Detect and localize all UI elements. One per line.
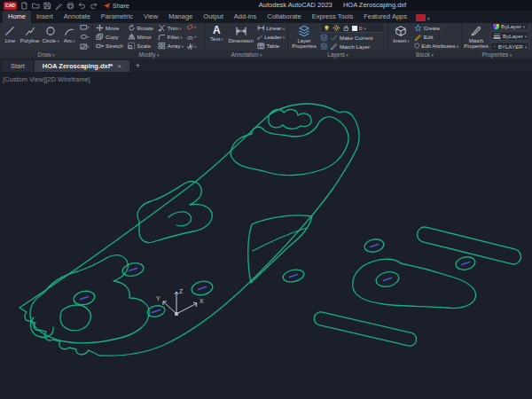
mirror-tool[interactable]: Mirror bbox=[128, 33, 153, 42]
linetype-dropdown[interactable]: BYLAYER bbox=[490, 42, 529, 50]
line-tool[interactable]: Line bbox=[3, 24, 18, 50]
panel-annotation: A Text Dimension Linear Leader Table Ann… bbox=[205, 23, 287, 59]
share-button[interactable]: Share bbox=[103, 2, 129, 10]
new-drawing-tab-button[interactable]: + bbox=[131, 60, 145, 72]
object-color-dropdown[interactable]: ByLayer bbox=[490, 24, 529, 30]
bed-top-cloud[interactable] bbox=[269, 109, 311, 129]
rotate-tool[interactable]: Rotate bbox=[128, 24, 153, 33]
autocad-logo[interactable]: CAD bbox=[4, 2, 17, 10]
tab-output[interactable]: Output bbox=[198, 11, 229, 23]
tab-collaborate[interactable]: Collaborate bbox=[262, 11, 306, 23]
redo-icon[interactable] bbox=[90, 2, 98, 10]
erase-tool[interactable] bbox=[186, 23, 200, 31]
make-current-tool[interactable]: Make Current bbox=[320, 34, 385, 42]
undo-icon[interactable] bbox=[78, 2, 86, 10]
panel-layers: Layer Properties 0 Make Current bbox=[287, 23, 387, 59]
viewport-controls[interactable]: [Custom View][2D Wireframe] bbox=[3, 75, 90, 83]
autocad-window: { "titlebar": { "logo": "CAD", "share_la… bbox=[0, 0, 532, 399]
array-tool[interactable]: Array bbox=[158, 42, 184, 51]
bed-top-band[interactable] bbox=[231, 117, 348, 176]
linetype-caret-icon bbox=[525, 43, 527, 50]
tab-home[interactable]: Home bbox=[3, 11, 31, 23]
stretch-tool[interactable]: Stretch bbox=[96, 42, 123, 51]
fillet-icon bbox=[158, 33, 166, 41]
copy-tool[interactable]: Copy bbox=[96, 33, 123, 42]
fillet-tool[interactable]: Fillet bbox=[158, 33, 184, 42]
capsule-lower[interactable] bbox=[313, 310, 418, 347]
start-tab[interactable]: Start bbox=[3, 60, 33, 72]
match-properties-button[interactable]: Match Properties bbox=[465, 24, 488, 50]
table-tool[interactable]: Table bbox=[257, 42, 286, 50]
match-layer-tool[interactable]: Match Layer bbox=[320, 43, 385, 50]
document-tab-label: HOA Zeroscaping.dxf* bbox=[43, 62, 113, 70]
ribbon-extra-icon[interactable] bbox=[416, 14, 426, 21]
create-block-tool[interactable]: Create bbox=[414, 24, 458, 32]
drawing-area[interactable]: [Custom View][2D Wireframe] Z bbox=[0, 72, 532, 399]
arc-tool[interactable]: Arc bbox=[62, 24, 77, 50]
bed-leaf[interactable] bbox=[248, 215, 312, 283]
ucs-icon[interactable]: Z Y X bbox=[156, 288, 204, 316]
ellipse-tool[interactable] bbox=[80, 33, 90, 41]
hatch-tool[interactable] bbox=[80, 43, 90, 51]
tab-view[interactable]: View bbox=[138, 11, 163, 23]
linear-tool[interactable]: Linear bbox=[257, 24, 286, 32]
tab-add-ins[interactable]: Add-ins bbox=[229, 11, 262, 23]
capsule-upper[interactable] bbox=[416, 225, 523, 266]
array-icon bbox=[158, 42, 166, 50]
layers-panel-label[interactable]: Layers bbox=[288, 51, 387, 59]
tab-featured-apps[interactable]: Featured Apps bbox=[358, 11, 412, 23]
new-file-icon[interactable] bbox=[20, 2, 28, 10]
bed-middle-hook-inner[interactable] bbox=[168, 212, 192, 226]
plot-icon[interactable] bbox=[66, 2, 74, 10]
draw-panel-label[interactable]: Draw bbox=[0, 51, 92, 59]
tab-express-tools[interactable]: Express Tools bbox=[307, 11, 359, 23]
trim-tool[interactable]: Trim bbox=[158, 24, 184, 33]
edit-attributes-tool[interactable]: Edit Attributes bbox=[414, 42, 458, 50]
properties-panel-label[interactable]: Properties bbox=[462, 51, 532, 59]
document-tab[interactable]: HOA Zeroscaping.dxf* × bbox=[35, 60, 129, 72]
leader-tool[interactable]: Leader bbox=[257, 33, 286, 41]
line-label: Line bbox=[5, 37, 16, 43]
save-icon[interactable] bbox=[43, 2, 51, 10]
bed-middle-hook[interactable] bbox=[137, 182, 212, 243]
tab-annotate[interactable]: Annotate bbox=[59, 11, 96, 23]
save-as-icon[interactable] bbox=[55, 2, 63, 10]
offset-tool[interactable] bbox=[186, 33, 200, 41]
linear-icon bbox=[257, 24, 265, 32]
polyline-tool[interactable]: Polyline bbox=[20, 24, 40, 50]
modify-panel-label[interactable]: Modify bbox=[93, 51, 205, 59]
file-tab-bar: Start HOA Zeroscaping.dxf* × + bbox=[0, 59, 532, 72]
layer-dropdown[interactable]: 0 bbox=[320, 24, 385, 33]
ucs-y-label: Y bbox=[156, 295, 160, 301]
move-tool[interactable]: Move bbox=[96, 24, 123, 33]
layer-properties-button[interactable]: Layer Properties bbox=[291, 24, 317, 50]
layer-lock-icon bbox=[342, 24, 350, 32]
dimension-icon bbox=[235, 25, 247, 37]
drawing-canvas[interactable]: Z Y X bbox=[0, 72, 532, 399]
close-tab-icon[interactable]: × bbox=[117, 63, 121, 70]
block-panel-label[interactable]: Block bbox=[388, 51, 461, 59]
bed-amoeba[interactable] bbox=[30, 255, 149, 343]
tab-parametric[interactable]: Parametric bbox=[96, 11, 138, 23]
island-outline[interactable] bbox=[20, 104, 359, 356]
circle-icon bbox=[45, 26, 56, 36]
dimension-tool[interactable]: Dimension bbox=[228, 24, 254, 50]
annotation-panel-label[interactable]: Annotation bbox=[206, 51, 287, 59]
edit-block-tool[interactable]: Edit bbox=[414, 33, 458, 41]
scale-tool[interactable]: Scale bbox=[128, 42, 153, 51]
text-tool[interactable]: A Text bbox=[208, 24, 225, 50]
rectangle-tool[interactable] bbox=[80, 23, 90, 31]
lineweight-dropdown[interactable]: ByLayer bbox=[490, 31, 529, 41]
tab-insert[interactable]: Insert bbox=[31, 11, 59, 23]
circle-tool[interactable]: Circle bbox=[42, 24, 59, 50]
ribbon-extra-caret-icon[interactable]: ▾ bbox=[427, 16, 430, 21]
insert-block-button[interactable]: Insert bbox=[391, 24, 411, 50]
bed-amoeba-inner-ring[interactable] bbox=[60, 305, 90, 331]
tab-manage[interactable]: Manage bbox=[163, 11, 198, 23]
tree-mark bbox=[290, 274, 298, 277]
open-file-icon[interactable] bbox=[32, 2, 40, 10]
explode-tool[interactable] bbox=[186, 43, 200, 51]
window-title: Autodesk AutoCAD 2023 HOA Zeroscaping.dx… bbox=[133, 0, 532, 11]
blob-right[interactable] bbox=[353, 259, 476, 308]
app-title: Autodesk AutoCAD 2023 bbox=[259, 1, 332, 9]
